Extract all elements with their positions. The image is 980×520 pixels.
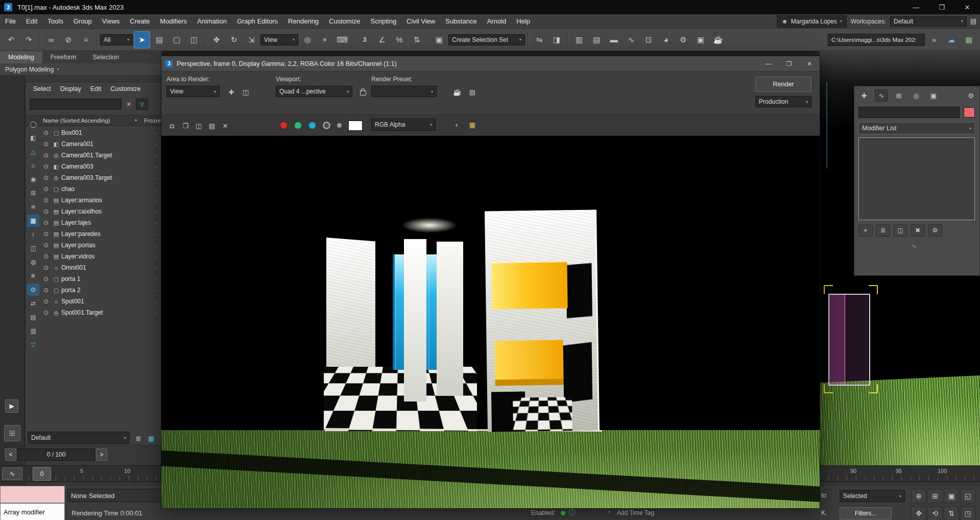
gamma-toggle-icon[interactable]: ▦ <box>466 119 479 131</box>
visibility-eye-icon[interactable]: ⊙ <box>41 152 51 159</box>
display-cameras-icon[interactable]: ◉ <box>27 173 39 185</box>
object-name[interactable]: Camera001 <box>61 140 93 148</box>
red-channel-toggle[interactable] <box>280 122 288 129</box>
close-icon[interactable]: ✕ <box>954 0 980 14</box>
modifier-stack-list[interactable] <box>858 137 975 220</box>
workspace-switcher-icon[interactable]: ▤ <box>967 16 980 27</box>
key-filters-button[interactable]: Filters... <box>840 507 892 519</box>
project-folder-field[interactable]: C:\Users\maggi...s\3ds Max 202: <box>828 34 925 46</box>
display-shapes-icon[interactable]: △ <box>27 146 39 158</box>
object-name[interactable]: Spot001.Target <box>61 309 103 316</box>
select-and-scale-icon[interactable]: ⇲ <box>243 31 259 49</box>
sync-selection-icon[interactable]: ⇄ <box>27 297 39 310</box>
menu-tools[interactable]: Tools <box>42 14 68 29</box>
menu-group[interactable]: Group <box>68 14 97 29</box>
copy-image-icon[interactable]: ◫ <box>192 120 205 132</box>
explorer-selection-set-dropdown[interactable]: Default ▾ <box>28 432 130 444</box>
display-materials-icon[interactable]: ◍ <box>27 256 39 268</box>
explorer-list-options-icon[interactable]: ≣ <box>133 433 144 444</box>
expand-panel-arrow-icon[interactable]: ▶ <box>5 399 18 413</box>
display-helpers-icon[interactable]: ⊞ <box>27 187 39 199</box>
object-name[interactable]: porta 1 <box>61 275 80 282</box>
monochrome-toggle[interactable] <box>337 123 342 128</box>
production-mode-dropdown[interactable]: Production ▾ <box>755 96 811 107</box>
object-name[interactable]: Box001 <box>61 129 82 136</box>
maxscript-listener-white[interactable]: Array modifier <box>0 503 65 520</box>
visibility-eye-icon[interactable]: ⊙ <box>41 287 51 294</box>
display-tab-icon[interactable]: ▣ <box>927 89 940 102</box>
menu-scripting[interactable]: Scripting <box>366 14 402 29</box>
edit-region-hand-icon[interactable]: ✚ <box>225 86 238 98</box>
table-row[interactable]: ⊙◎Camera001.Target <box>41 150 173 161</box>
table-row[interactable]: ⊙◎Spot001.Target <box>41 307 173 318</box>
table-row[interactable]: ⊙▢chao <box>41 183 173 195</box>
wireframe-box-object[interactable] <box>828 294 870 386</box>
display-geometry-icon[interactable]: ◧ <box>27 132 39 144</box>
menu-rendering[interactable]: Rendering <box>283 14 324 29</box>
explorer-menu-edit[interactable]: Edit <box>86 85 106 92</box>
visibility-eye-icon[interactable]: ⊙ <box>41 208 51 215</box>
toggle-ribbon-icon[interactable]: ▬ <box>606 31 622 49</box>
object-name-field[interactable] <box>858 107 960 118</box>
redo-icon[interactable]: ↷ <box>20 31 37 49</box>
menu-edit[interactable]: Edit <box>21 14 42 29</box>
set-key-button-fragment[interactable]: K. <box>821 509 827 516</box>
hierarchy-tab-icon[interactable]: ⊞ <box>892 89 905 102</box>
viewport-layout-tab-icon[interactable]: ⊞ <box>4 425 20 441</box>
visibility-eye-icon[interactable]: ⊙ <box>41 140 51 148</box>
menu-civil-view[interactable]: Civil View <box>401 14 440 29</box>
area-to-render-dropdown[interactable]: View ▾ <box>166 86 220 97</box>
object-name[interactable]: Layer:paredes <box>61 230 101 238</box>
menu-modifiers[interactable]: Modifiers <box>155 14 192 29</box>
next-frame-button[interactable]: > <box>96 448 107 461</box>
motion-tab-icon[interactable]: ◎ <box>910 89 923 102</box>
orbit-icon[interactable]: ⟲ <box>927 506 943 520</box>
show-end-result-icon[interactable]: ≣ <box>876 224 890 237</box>
search-input[interactable] <box>30 99 122 110</box>
object-name[interactable]: Layer:lajes <box>61 219 91 226</box>
explorer-menu-customize[interactable]: Customize <box>106 85 145 92</box>
dolly-icon[interactable]: ⇅ <box>944 506 959 520</box>
schematic-view-icon[interactable]: ⊡ <box>640 31 657 49</box>
mini-curve-editor-icon[interactable]: ∿ <box>2 467 22 480</box>
pin-stack-icon[interactable]: ⌖ <box>858 224 873 237</box>
time-slider-handle[interactable]: 0 <box>33 467 51 481</box>
display-lights-icon[interactable]: ☼ <box>27 159 39 172</box>
visibility-eye-icon[interactable]: ⊙ <box>41 129 51 136</box>
maxscript-listener-pink[interactable] <box>0 486 65 503</box>
use-pivot-point-icon[interactable]: ◎ <box>299 31 316 49</box>
menu-help[interactable]: Help <box>511 14 535 29</box>
display-hidden-icon[interactable]: ⊙ <box>27 283 39 296</box>
menu-substance[interactable]: Substance <box>440 14 482 29</box>
viewport-dropdown[interactable]: Quad 4 ...pective ▾ <box>276 86 352 97</box>
pan-view-icon[interactable]: ✥ <box>911 506 926 520</box>
blue-channel-toggle[interactable] <box>308 122 316 129</box>
print-image-icon[interactable]: ▤ <box>205 120 219 132</box>
material-editor-icon[interactable]: ◕ <box>658 31 674 49</box>
visibility-eye-icon[interactable]: ⊙ <box>41 230 51 238</box>
curve-editor-icon[interactable]: ∿ <box>623 31 639 49</box>
toggle-scene-explorer-icon[interactable]: ▥ <box>571 31 587 49</box>
clone-window-icon[interactable]: ❐ <box>179 120 192 132</box>
render-setup-icon[interactable]: ⚙ <box>675 31 691 49</box>
object-name[interactable]: chao <box>61 185 75 193</box>
table-row[interactable]: ⊙▤Layer:caixilhos <box>41 206 173 217</box>
zoom-all-icon[interactable]: ⊞ <box>927 489 943 503</box>
maximize-viewport-icon[interactable]: ◳ <box>960 506 975 520</box>
green-channel-toggle[interactable] <box>294 122 302 129</box>
minimize-icon[interactable]: — <box>903 0 929 14</box>
mirror-icon[interactable]: ⇋ <box>531 31 547 49</box>
render-preset-dropdown[interactable]: ▾ <box>371 86 437 97</box>
toggle-layer-explorer-icon[interactable]: ▤ <box>588 31 605 49</box>
keyboard-shortcut-override-icon[interactable]: ⌨ <box>334 31 350 49</box>
rfw-maximize-icon[interactable]: ❐ <box>779 56 799 71</box>
polygon-modeling-panel[interactable]: Polygon Modeling <box>0 66 54 73</box>
visibility-eye-icon[interactable]: ⊙ <box>41 163 51 170</box>
object-name[interactable]: Layer:portas <box>61 242 95 249</box>
add-time-tag[interactable]: Add Time Tag <box>617 509 654 516</box>
remove-modifier-icon[interactable]: ✖ <box>911 224 925 237</box>
display-all-icon[interactable]: ◯ <box>27 118 39 130</box>
table-row[interactable]: ⊙▤Layer:paredes <box>41 228 173 240</box>
expand-children-icon[interactable]: ▥ <box>27 325 39 337</box>
visibility-eye-icon[interactable]: ⊙ <box>41 253 51 260</box>
